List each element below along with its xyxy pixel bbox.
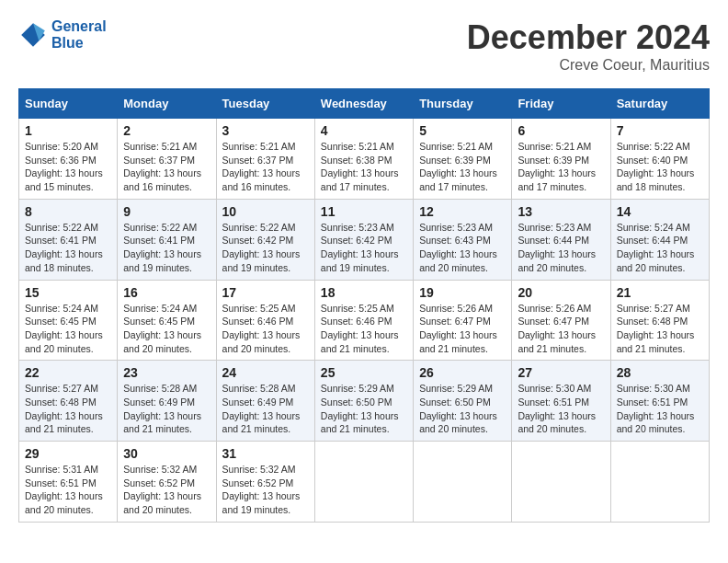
calendar-cell: 20Sunrise: 5:26 AM Sunset: 6:47 PM Dayli… [512, 280, 610, 361]
day-number: 21 [617, 285, 703, 300]
day-info: Sunrise: 5:28 AM Sunset: 6:49 PM Dayligh… [123, 382, 210, 436]
day-info: Sunrise: 5:22 AM Sunset: 6:41 PM Dayligh… [123, 221, 210, 275]
day-header-saturday: Saturday [610, 89, 709, 119]
calendar-cell: 18Sunrise: 5:25 AM Sunset: 6:46 PM Dayli… [314, 280, 413, 361]
calendar-cell [512, 442, 610, 523]
day-number: 25 [321, 365, 407, 380]
calendar-cell: 17Sunrise: 5:25 AM Sunset: 6:46 PM Dayli… [216, 280, 314, 361]
calendar-cell: 5Sunrise: 5:21 AM Sunset: 6:39 PM Daylig… [414, 119, 512, 200]
day-number: 28 [617, 365, 703, 380]
calendar-week-2: 8Sunrise: 5:22 AM Sunset: 6:41 PM Daylig… [19, 199, 710, 280]
day-number: 11 [321, 204, 407, 219]
day-number: 5 [419, 123, 506, 138]
calendar-week-5: 29Sunrise: 5:31 AM Sunset: 6:51 PM Dayli… [19, 442, 710, 523]
day-header-monday: Monday [118, 89, 216, 119]
title-section: December 2024 Creve Coeur, Mauritius [467, 18, 710, 74]
day-number: 31 [222, 446, 309, 461]
day-number: 18 [321, 285, 407, 300]
calendar-cell: 22Sunrise: 5:27 AM Sunset: 6:48 PM Dayli… [19, 361, 118, 442]
calendar-cell: 28Sunrise: 5:30 AM Sunset: 6:51 PM Dayli… [610, 361, 709, 442]
calendar-cell: 14Sunrise: 5:24 AM Sunset: 6:44 PM Dayli… [610, 199, 709, 280]
day-number: 7 [617, 123, 703, 138]
calendar-cell: 30Sunrise: 5:32 AM Sunset: 6:52 PM Dayli… [118, 442, 216, 523]
day-info: Sunrise: 5:32 AM Sunset: 6:52 PM Dayligh… [222, 463, 309, 517]
day-number: 29 [25, 446, 111, 461]
day-header-friday: Friday [512, 89, 610, 119]
day-info: Sunrise: 5:25 AM Sunset: 6:46 PM Dayligh… [321, 302, 407, 356]
day-number: 4 [321, 123, 407, 138]
day-number: 30 [123, 446, 210, 461]
day-number: 1 [25, 123, 111, 138]
calendar-week-3: 15Sunrise: 5:24 AM Sunset: 6:45 PM Dayli… [19, 280, 710, 361]
day-info: Sunrise: 5:29 AM Sunset: 6:50 PM Dayligh… [321, 382, 407, 436]
calendar-cell: 21Sunrise: 5:27 AM Sunset: 6:48 PM Dayli… [610, 280, 709, 361]
day-number: 13 [518, 204, 604, 219]
calendar-cell: 27Sunrise: 5:30 AM Sunset: 6:51 PM Dayli… [512, 361, 610, 442]
header: General Blue December 2024 Creve Coeur, … [18, 18, 710, 74]
calendar-cell [314, 442, 413, 523]
day-number: 10 [222, 204, 309, 219]
day-number: 22 [25, 365, 111, 380]
day-info: Sunrise: 5:22 AM Sunset: 6:42 PM Dayligh… [222, 221, 309, 275]
location-title: Creve Coeur, Mauritius [467, 57, 710, 74]
calendar-cell [610, 442, 709, 523]
calendar-cell: 12Sunrise: 5:23 AM Sunset: 6:43 PM Dayli… [414, 199, 512, 280]
calendar-cell: 15Sunrise: 5:24 AM Sunset: 6:45 PM Dayli… [19, 280, 118, 361]
day-info: Sunrise: 5:31 AM Sunset: 6:51 PM Dayligh… [25, 463, 111, 517]
calendar-cell: 25Sunrise: 5:29 AM Sunset: 6:50 PM Dayli… [314, 361, 413, 442]
day-info: Sunrise: 5:21 AM Sunset: 6:37 PM Dayligh… [222, 140, 309, 194]
day-info: Sunrise: 5:24 AM Sunset: 6:44 PM Dayligh… [617, 221, 703, 275]
day-info: Sunrise: 5:22 AM Sunset: 6:40 PM Dayligh… [617, 140, 703, 194]
calendar-week-1: 1Sunrise: 5:20 AM Sunset: 6:36 PM Daylig… [19, 119, 710, 200]
day-info: Sunrise: 5:20 AM Sunset: 6:36 PM Dayligh… [25, 140, 111, 194]
calendar-cell: 13Sunrise: 5:23 AM Sunset: 6:44 PM Dayli… [512, 199, 610, 280]
page-container: General Blue December 2024 Creve Coeur, … [18, 18, 710, 523]
day-info: Sunrise: 5:30 AM Sunset: 6:51 PM Dayligh… [617, 382, 703, 436]
calendar-cell: 7Sunrise: 5:22 AM Sunset: 6:40 PM Daylig… [610, 119, 709, 200]
day-info: Sunrise: 5:27 AM Sunset: 6:48 PM Dayligh… [25, 382, 111, 436]
logo-icon [18, 20, 48, 50]
calendar-cell: 1Sunrise: 5:20 AM Sunset: 6:36 PM Daylig… [19, 119, 118, 200]
calendar-cell: 29Sunrise: 5:31 AM Sunset: 6:51 PM Dayli… [19, 442, 118, 523]
day-number: 26 [419, 365, 506, 380]
day-info: Sunrise: 5:22 AM Sunset: 6:41 PM Dayligh… [25, 221, 111, 275]
day-number: 15 [25, 285, 111, 300]
calendar-cell: 10Sunrise: 5:22 AM Sunset: 6:42 PM Dayli… [216, 199, 314, 280]
calendar-cell: 31Sunrise: 5:32 AM Sunset: 6:52 PM Dayli… [216, 442, 314, 523]
day-number: 3 [222, 123, 309, 138]
calendar-cell: 16Sunrise: 5:24 AM Sunset: 6:45 PM Dayli… [118, 280, 216, 361]
day-number: 6 [518, 123, 604, 138]
day-info: Sunrise: 5:24 AM Sunset: 6:45 PM Dayligh… [25, 302, 111, 356]
day-number: 14 [617, 204, 703, 219]
day-info: Sunrise: 5:26 AM Sunset: 6:47 PM Dayligh… [419, 302, 506, 356]
day-info: Sunrise: 5:32 AM Sunset: 6:52 PM Dayligh… [123, 463, 210, 517]
month-title: December 2024 [467, 18, 710, 57]
day-info: Sunrise: 5:27 AM Sunset: 6:48 PM Dayligh… [617, 302, 703, 356]
calendar-cell: 3Sunrise: 5:21 AM Sunset: 6:37 PM Daylig… [216, 119, 314, 200]
day-info: Sunrise: 5:21 AM Sunset: 6:39 PM Dayligh… [419, 140, 506, 194]
day-number: 23 [123, 365, 210, 380]
calendar-week-4: 22Sunrise: 5:27 AM Sunset: 6:48 PM Dayli… [19, 361, 710, 442]
day-info: Sunrise: 5:24 AM Sunset: 6:45 PM Dayligh… [123, 302, 210, 356]
day-number: 9 [123, 204, 210, 219]
day-number: 2 [123, 123, 210, 138]
calendar-cell: 4Sunrise: 5:21 AM Sunset: 6:38 PM Daylig… [314, 119, 413, 200]
day-header-sunday: Sunday [19, 89, 118, 119]
day-info: Sunrise: 5:23 AM Sunset: 6:44 PM Dayligh… [518, 221, 604, 275]
day-header-wednesday: Wednesday [314, 89, 413, 119]
day-info: Sunrise: 5:21 AM Sunset: 6:38 PM Dayligh… [321, 140, 407, 194]
day-number: 24 [222, 365, 309, 380]
logo: General Blue [18, 18, 107, 52]
calendar-cell: 19Sunrise: 5:26 AM Sunset: 6:47 PM Dayli… [414, 280, 512, 361]
calendar-cell: 24Sunrise: 5:28 AM Sunset: 6:49 PM Dayli… [216, 361, 314, 442]
calendar-cell: 8Sunrise: 5:22 AM Sunset: 6:41 PM Daylig… [19, 199, 118, 280]
day-info: Sunrise: 5:28 AM Sunset: 6:49 PM Dayligh… [222, 382, 309, 436]
calendar-cell: 6Sunrise: 5:21 AM Sunset: 6:39 PM Daylig… [512, 119, 610, 200]
day-info: Sunrise: 5:25 AM Sunset: 6:46 PM Dayligh… [222, 302, 309, 356]
day-number: 8 [25, 204, 111, 219]
calendar-table: SundayMondayTuesdayWednesdayThursdayFrid… [18, 88, 710, 523]
day-info: Sunrise: 5:23 AM Sunset: 6:42 PM Dayligh… [321, 221, 407, 275]
day-info: Sunrise: 5:30 AM Sunset: 6:51 PM Dayligh… [518, 382, 604, 436]
day-info: Sunrise: 5:29 AM Sunset: 6:50 PM Dayligh… [419, 382, 506, 436]
day-info: Sunrise: 5:21 AM Sunset: 6:37 PM Dayligh… [123, 140, 210, 194]
